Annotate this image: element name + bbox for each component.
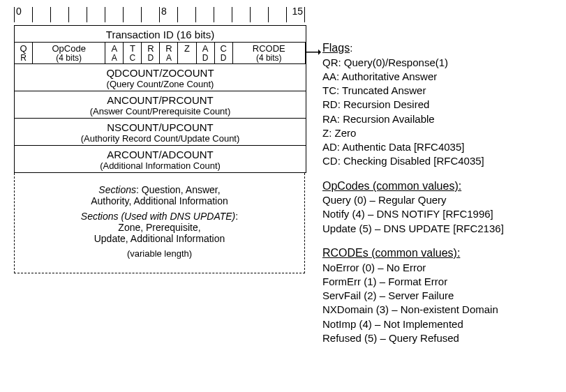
txid-label: Transaction ID (16 bits) — [106, 29, 214, 40]
opcodes-legend: OpCodes (common values): Query (0) – Reg… — [322, 179, 559, 236]
opcodes-heading: OpCodes (common values): — [322, 180, 461, 192]
row-arcount: ARCOUNT/ADCOUNT (Additional Information … — [15, 146, 306, 173]
svg-marker-1 — [318, 50, 321, 55]
bit-8: 8 — [161, 6, 167, 17]
field-qr: QR — [15, 43, 33, 63]
field-opcode: OpCode(4 bits) — [33, 43, 105, 63]
bit-ruler: 0 8 15 — [14, 7, 305, 22]
sections-update-label: Sections (Used with DNS UPDATE) — [81, 211, 235, 222]
flag-qr: QR: Query(0)/Response(1) — [322, 56, 448, 68]
sections-label: Sections — [98, 184, 136, 195]
opcode-query: Query (0) – Regular Query — [322, 194, 447, 206]
flag-ra: RA: Recursion Available — [322, 113, 435, 125]
flags-legend: Flags: QR: Query(0)/Response(1) AA: Auth… — [322, 40, 559, 169]
rcodes-legend: RCODEs (common values): NoError (0) – No… — [322, 246, 559, 345]
field-rcode: RCODE(4 bits) — [233, 43, 306, 63]
flag-aa: AA: Authoritative Answer — [322, 70, 437, 82]
rcode-formerr: FormErr (1) – Format Error — [322, 276, 447, 287]
rcode-notimp: NotImp (4) – Not Implemented — [322, 318, 463, 330]
rcodes-heading: RCODEs (common values): — [322, 247, 460, 259]
arrow-icon — [306, 48, 321, 59]
variable-length-label: (variable length) — [17, 248, 301, 259]
flags-heading: Flags — [322, 42, 350, 54]
rcode-servfail: ServFail (2) – Server Failure — [322, 289, 454, 301]
bit-0: 0 — [16, 6, 22, 17]
row-txid: Transaction ID (16 bits) — [15, 26, 306, 43]
field-aa: AA — [105, 43, 124, 63]
row-ancount: ANCOUNT/PRCOUNT (Answer Count/Prerequisi… — [15, 91, 306, 119]
field-rd: RD — [142, 43, 160, 63]
flag-z: Z: Zero — [322, 127, 356, 139]
opcode-update: Update (5) – DNS UPDATE [RFC2136] — [322, 223, 504, 234]
legend-column: Flags: QR: Query(0)/Response(1) AA: Auth… — [307, 40, 559, 355]
row-qdcount: QDCOUNT/ZOCOUNT (Query Count/Zone Count) — [15, 64, 306, 91]
sections-box: Sections: Question, Answer, Authority, A… — [14, 173, 305, 273]
rcode-nxdomain: NXDomain (3) – Non-existent Domain — [322, 303, 498, 315]
field-tc: TC — [124, 43, 142, 63]
bit-15: 15 — [292, 6, 303, 17]
field-ra: RA — [160, 43, 178, 63]
packet-column: 0 8 15 Transaction ID (16 bits) QR OpCod… — [7, 7, 307, 273]
opcode-notify: Notify (4) – DNS NOTIFY [RFC1996] — [322, 208, 493, 220]
flag-cd: CD: Checking Disabled [RFC4035] — [322, 155, 484, 167]
dns-header-diagram: 0 8 15 Transaction ID (16 bits) QR OpCod… — [7, 7, 559, 355]
packet-header-box: Transaction ID (16 bits) QR OpCode(4 bit… — [14, 25, 306, 173]
field-z: Z — [178, 43, 196, 63]
flag-tc: TC: Truncated Answer — [322, 84, 426, 96]
rcode-refused: Refused (5) – Query Refused — [322, 332, 459, 344]
flag-ad: AD: Authentic Data [RFC4035] — [322, 141, 464, 153]
flag-rd: RD: Recursion Desired — [322, 98, 429, 110]
row-nscount: NSCOUNT/UPCOUNT (Authority Record Count/… — [15, 119, 306, 146]
field-cd: CD — [215, 43, 233, 63]
row-flags: QR OpCode(4 bits) AA TC RD RA Z — [15, 43, 306, 64]
field-ad: AD — [197, 43, 215, 63]
rcode-noerror: NoError (0) – No Error — [322, 262, 426, 273]
